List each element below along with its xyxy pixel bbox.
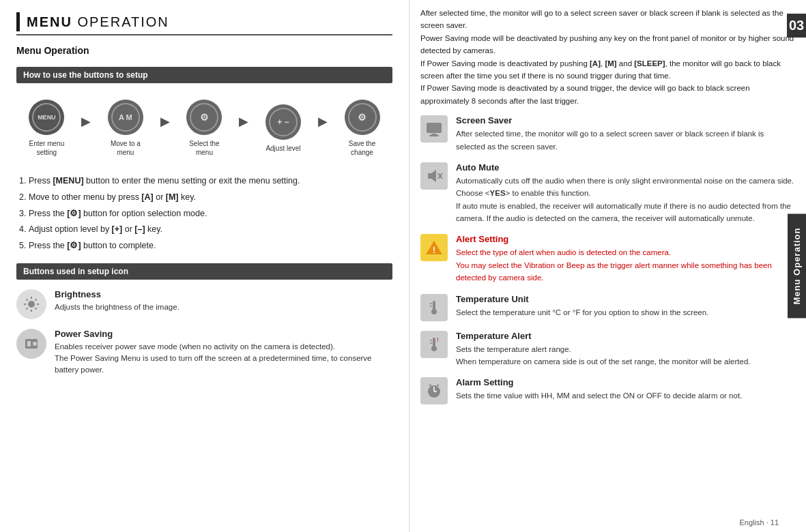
svg-rect-13 xyxy=(431,134,437,135)
how-to-banner: How to use the buttons to setup xyxy=(16,67,392,83)
footer-text: English · 11 xyxy=(740,518,779,527)
alert-setting-content: Alert Setting Select the type of alert w… xyxy=(456,234,795,284)
left-column: MENU OPERATION Menu Operation How to use… xyxy=(0,0,409,532)
buttons-banner: Buttons used in setup icon xyxy=(16,263,392,280)
step5-circle: ⚙ xyxy=(345,100,380,135)
alarm-setting-title: Alarm Setting xyxy=(456,377,742,387)
temperature-unit-section: Temperature Unit Select the temperature … xyxy=(420,294,795,321)
alarm-setting-section: Alarm Setting Sets the time value with H… xyxy=(420,377,795,404)
power-saving-title: Power Saving xyxy=(55,329,392,339)
svg-text:!: ! xyxy=(437,336,439,343)
steps-diagram: MENU Enter menusetting ▶ A M Move to ame… xyxy=(16,94,392,162)
section-title: Menu Operation xyxy=(16,45,392,56)
screen-saver-title: Screen Saver xyxy=(456,115,795,125)
screen-saver-icon xyxy=(420,115,448,143)
step-adjust-level: + − Adjust level xyxy=(256,104,311,153)
temperature-alert-content: Temperature Alert Sets the temperature a… xyxy=(456,331,750,368)
svg-rect-24 xyxy=(433,338,435,347)
svg-rect-10 xyxy=(27,341,31,346)
auto-mute-title: Auto Mute xyxy=(456,162,795,173)
instruction-2: Move to other menu by press [A] or [M] k… xyxy=(29,191,392,204)
arrow2: ▶ xyxy=(160,114,170,129)
svg-point-11 xyxy=(33,342,37,346)
auto-mute-icon xyxy=(420,162,448,190)
temperature-unit-content: Temperature Unit Select the temperature … xyxy=(456,294,708,319)
brightness-icon xyxy=(16,289,46,319)
power-saving-desc: Enables receiver power save mode (when n… xyxy=(55,341,392,376)
alert-setting-section: ! Alert Setting Select the type of alert… xyxy=(420,234,795,284)
brightness-row: Brightness Adjusts the brightness of the… xyxy=(16,289,392,319)
auto-mute-desc: Automatically cuts off the audio when th… xyxy=(456,175,795,225)
arrow4: ▶ xyxy=(318,114,328,129)
svg-rect-12 xyxy=(427,123,442,133)
auto-mute-content: Auto Mute Automatically cuts off the aud… xyxy=(456,162,795,225)
svg-line-8 xyxy=(27,308,28,309)
step-enter-menu: MENU Enter menusetting xyxy=(19,100,74,157)
screen-saver-content: Screen Saver After selected time, the mo… xyxy=(456,115,795,153)
alert-setting-title: Alert Setting xyxy=(456,234,795,244)
arrow3: ▶ xyxy=(239,114,248,129)
power-saving-text: Power Saving Enables receiver power save… xyxy=(55,329,392,376)
svg-line-7 xyxy=(35,299,37,300)
instruction-1: Press [MENU] button to enter the menu se… xyxy=(29,175,392,188)
step4-label: Adjust level xyxy=(265,144,300,153)
instructions: Press [MENU] button to enter the menu se… xyxy=(16,175,392,252)
svg-rect-20 xyxy=(433,301,435,310)
temperature-alert-title: Temperature Alert xyxy=(456,331,750,341)
step-save-change: ⚙ Save thechange xyxy=(335,100,390,157)
svg-text:!: ! xyxy=(433,246,435,255)
brightness-text: Brightness Adjusts the brightness of the… xyxy=(55,289,179,313)
chapter-number: 03 xyxy=(787,14,806,38)
screen-saver-desc: After selected time, the monitor will go… xyxy=(456,128,795,153)
svg-line-32 xyxy=(429,385,431,386)
svg-point-0 xyxy=(28,301,35,308)
temperature-alert-section: ! Temperature Alert Sets the temperature… xyxy=(420,331,795,368)
svg-line-33 xyxy=(437,385,439,386)
alarm-setting-desc: Sets the time value with HH, MM and sele… xyxy=(456,389,742,402)
temperature-alert-desc: Sets the temperature alert range.When te… xyxy=(456,343,750,368)
svg-marker-15 xyxy=(428,170,436,182)
right-column: After selected time, the monitor will go… xyxy=(409,0,806,532)
svg-line-5 xyxy=(27,299,28,300)
alert-setting-desc: Select the type of alert when audio is d… xyxy=(456,246,795,284)
svg-line-6 xyxy=(35,308,37,309)
intro-p4: If Power Saving mode is deactivated by a… xyxy=(420,82,795,107)
svg-point-25 xyxy=(431,346,437,351)
arrow1: ▶ xyxy=(81,114,91,129)
intro-p1: After selected time, the monitor will go… xyxy=(420,7,795,32)
step5-label: Save thechange xyxy=(349,139,375,157)
alert-setting-icon: ! xyxy=(420,234,448,261)
auto-mute-section: Auto Mute Automatically cuts off the aud… xyxy=(420,162,795,225)
alarm-setting-content: Alarm Setting Sets the time value with H… xyxy=(456,377,742,402)
instruction-4: Adjust option level by [+] or [–] key. xyxy=(29,223,392,236)
svg-point-21 xyxy=(431,309,437,314)
step2-circle: A M xyxy=(108,100,143,135)
instruction-5: Press the [⚙] button to complete. xyxy=(29,239,392,252)
step3-label: Select themenu xyxy=(189,139,219,157)
page-title-bar: MENU OPERATION xyxy=(16,12,392,35)
instruction-3: Press the [⚙] button for option selectio… xyxy=(29,207,392,220)
step1-label: Enter menusetting xyxy=(29,139,65,157)
temperature-alert-icon: ! xyxy=(420,331,448,358)
step1-circle: MENU xyxy=(29,100,64,135)
power-saving-row: Power Saving Enables receiver power save… xyxy=(16,329,392,376)
right-intro: After selected time, the monitor will go… xyxy=(420,7,795,107)
step3-circle: ⚙ xyxy=(186,100,222,135)
temperature-unit-desc: Select the temperature unit °C or °F for… xyxy=(456,306,708,319)
intro-p2: Power Saving mode will be deactivated by… xyxy=(420,32,795,57)
brightness-title: Brightness xyxy=(55,289,179,299)
step-move-menu: A M Move to amenu xyxy=(98,100,153,157)
brightness-desc: Adjusts the brightness of the image. xyxy=(55,301,179,313)
alarm-setting-icon xyxy=(420,377,448,404)
screen-saver-section: Screen Saver After selected time, the mo… xyxy=(420,115,795,153)
page-title: MENU OPERATION xyxy=(27,14,169,30)
side-tab-label: Menu Operation xyxy=(788,214,806,319)
step2-label: Move to amenu xyxy=(111,139,141,157)
svg-rect-14 xyxy=(429,135,439,136)
accent-bar xyxy=(16,12,20,31)
temperature-unit-title: Temperature Unit xyxy=(456,294,708,304)
temperature-unit-icon xyxy=(420,294,448,321)
step-select-menu: ⚙ Select themenu xyxy=(177,100,231,157)
intro-p3: If Power Saving mode is deactivated by p… xyxy=(420,57,795,83)
power-saving-icon xyxy=(16,329,46,359)
